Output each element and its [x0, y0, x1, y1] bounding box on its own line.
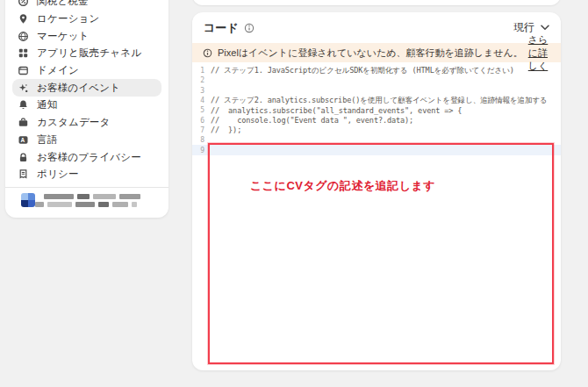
store-identity-redacted	[5, 190, 169, 213]
sidebar-item-policies[interactable]: ポリシー	[12, 166, 161, 183]
sidebar-item-languages[interactable]: A 言語	[12, 132, 161, 149]
code-line: 2	[192, 75, 561, 85]
sidebar-item-label: 言語	[37, 133, 57, 147]
sidebar-item-customer-privacy[interactable]: お客様のプライバシー	[12, 148, 161, 166]
pixel-warning-banner: Pixelはイベントに登録されていないため、顧客行動を追跡しません。 さらに詳し…	[192, 43, 561, 62]
sidebar-item-locations[interactable]: ロケーション	[12, 11, 161, 28]
percent-circle-icon	[18, 0, 29, 7]
sidebar-divider	[5, 187, 169, 188]
redacted-text-line	[35, 202, 137, 207]
custom-data-icon	[18, 117, 29, 128]
sidebar-item-markets[interactable]: マーケット	[12, 27, 161, 45]
sidebar-item-notifications[interactable]: 通知	[12, 97, 161, 114]
sidebar-item-label: お客様のプライバシー	[37, 151, 141, 164]
globe-market-icon	[18, 31, 29, 42]
sidebar-item-duties-taxes[interactable]: 関税と税金	[12, 0, 161, 11]
code-line: 6// console.log("Event data ", event?.da…	[192, 115, 561, 125]
bell-icon	[18, 99, 29, 111]
policy-document-icon	[18, 168, 29, 180]
svg-text:A: A	[20, 137, 25, 143]
sidebar-item-label: マーケット	[37, 30, 90, 43]
domain-globe-icon	[18, 65, 29, 76]
code-panel-title: コード	[204, 20, 239, 36]
sidebar-item-label: 通知	[37, 98, 57, 111]
shopify-settings-screen: 関税と税金 ロケーション マーケット アプリと販売チャネル	[0, 0, 588, 387]
code-panel: コード 現行 Pixelはイベントに登録されていないため、顧客行動を追跡しません…	[192, 12, 561, 370]
language-icon: A	[18, 134, 29, 146]
sidebar-item-label: カスタムデータ	[37, 116, 111, 129]
sidebar-item-label: ポリシー	[37, 168, 79, 181]
annotation-box: ここにCVタグの記述を追記します	[208, 143, 554, 364]
previous-card-bottom	[192, 0, 561, 5]
warning-text: Pixelはイベントに登録されていないため、顧客行動を追跡しません。	[218, 47, 523, 60]
customer-events-icon	[18, 82, 29, 94]
annotation-text: ここにCVタグの記述を追記します	[250, 178, 435, 194]
sidebar-item-label: 関税と税金	[37, 0, 89, 8]
code-line: 7// });	[192, 125, 561, 135]
warning-info-icon	[203, 48, 212, 58]
sidebar-item-apps-sales-channels[interactable]: アプリと販売チャネル	[12, 45, 161, 62]
chevron-down-icon	[541, 25, 549, 31]
location-pin-icon	[18, 13, 29, 25]
code-line: 3	[192, 86, 561, 96]
code-line: 5// analytics.subscribe("all_standard_ev…	[192, 105, 561, 115]
sidebar-item-custom-data[interactable]: カスタムデータ	[12, 114, 161, 132]
settings-sidebar: 関税と税金 ロケーション マーケット アプリと販売チャネル	[5, 0, 169, 218]
sidebar-item-label: アプリと販売チャネル	[37, 47, 141, 60]
settings-nav: 関税と税金 ロケーション マーケット アプリと販売チャネル	[5, 0, 169, 183]
sidebar-item-customer-events[interactable]: お客様のイベント	[12, 79, 161, 97]
info-icon[interactable]	[244, 23, 255, 33]
code-panel-header: コード 現行	[192, 12, 561, 43]
store-avatar	[21, 193, 35, 207]
sidebar-item-label: ロケーション	[37, 12, 100, 25]
lock-icon	[18, 152, 29, 163]
sidebar-item-label: お客様のイベント	[37, 82, 120, 95]
sidebar-item-label: ドメイン	[37, 64, 79, 77]
sidebar-item-domains[interactable]: ドメイン	[12, 62, 161, 80]
code-line: 4// ステップ2. analytics.subscribe()を使用して顧客イ…	[192, 96, 561, 105]
apps-grid-icon	[18, 47, 29, 59]
redacted-text-line	[44, 194, 140, 199]
code-line: 1// ステップ1. JavaScriptのピクセルSDKを初期化する (HTM…	[192, 66, 561, 75]
